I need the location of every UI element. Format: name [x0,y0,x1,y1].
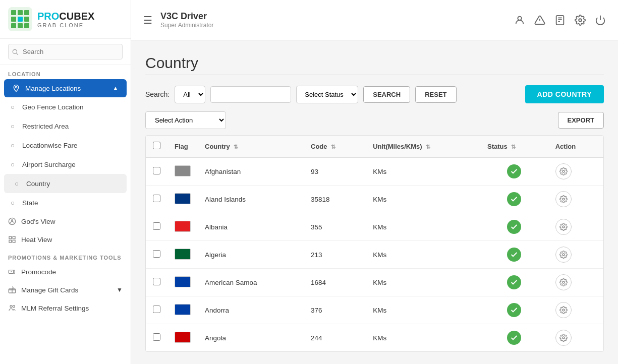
svg-point-37 [563,309,565,311]
sidebar-search-input[interactable] [8,44,123,59]
sidebar-item-manage-locations[interactable]: Manage Locations ▲ [4,79,127,97]
country-code: 213 [304,241,366,269]
th-code[interactable]: Code ⇅ [304,136,366,157]
country-name: Algeria [198,241,304,269]
flag-image [175,332,191,343]
dot-icon: ○ [8,141,17,150]
svg-rect-2 [18,10,23,15]
th-country[interactable]: Country ⇅ [198,136,304,157]
row-checkbox[interactable] [153,333,160,341]
sidebar-item-gods-view[interactable]: God's View [0,212,131,230]
sidebar-item-mlm-referral[interactable]: MLM Referral Settings [0,299,131,317]
reset-button[interactable]: RESET [415,86,456,103]
search-filter-select[interactable]: All [175,86,205,103]
document-icon[interactable] [554,15,566,26]
th-unit[interactable]: Unit(Miles/KMs) ⇅ [366,136,480,157]
flag-image [175,193,191,204]
action-select[interactable]: Select Action Delete [145,111,226,129]
flag-image [175,249,191,260]
power-icon[interactable] [595,15,606,26]
sort-icon-status: ⇅ [511,144,516,150]
search-input[interactable] [210,86,291,103]
sidebar-item-label-mlm-referral: MLM Referral Settings [21,305,89,312]
sidebar-item-heat-view[interactable]: Heat View [0,230,131,249]
action-gear-button[interactable] [555,219,572,235]
svg-line-11 [17,53,18,54]
sidebar-item-geo-fence[interactable]: ○ Geo Fence Location [0,97,131,116]
action-gear-button[interactable] [555,330,572,346]
country-table: Flag Country ⇅ Code ⇅ Unit(Miles/KMs) ⇅ … [146,136,603,351]
page-content: Country Search: All Select Status Active… [131,40,618,364]
country-code: 35818 [304,186,366,213]
status-select[interactable]: Select Status Active Inactive [296,86,358,103]
export-button[interactable]: EXPORT [558,112,604,129]
header-title-area: V3C Driver Super Administrator [160,11,506,29]
sidebar-section-location: LOCATION Manage Locations ▲ ○ Geo Fence … [0,65,131,249]
country-table-container: Flag Country ⇅ Code ⇅ Unit(Miles/KMs) ⇅ … [145,135,604,352]
country-unit: KMs [366,186,480,213]
sidebar-item-label-locationwise-fare: Locationwise Fare [22,142,78,149]
country-unit: KMs [366,269,480,296]
select-all-checkbox[interactable] [153,142,160,149]
country-name: Aland Islands [198,186,304,213]
menu-hamburger-icon[interactable]: ☰ [143,14,152,26]
table-row: Algeria213KMs [146,241,603,269]
row-checkbox[interactable] [153,195,160,202]
status-active-icon [507,303,521,317]
action-gear-button[interactable] [555,302,572,318]
main-content: ☰ V3C Driver Super Administrator [131,0,618,364]
flag-image [175,304,191,315]
flag-image [175,221,191,232]
search-label: Search: [145,90,170,98]
country-code: 93 [304,157,366,186]
sidebar: PROCUBEX GRAB CLONE LOCATION Manage Loca… [0,0,131,364]
table-row: Angola244KMs [146,324,603,352]
action-gear-button[interactable] [555,191,572,207]
sidebar-item-promocode[interactable]: Promocode [0,263,131,281]
add-country-button[interactable]: ADD COUNTRY [525,85,604,103]
search-button[interactable]: SEARCH [363,86,410,103]
country-action [548,296,603,324]
sidebar-item-restricted-area[interactable]: ○ Restricted Area [0,116,131,136]
country-unit: KMs [366,241,480,269]
alert-icon[interactable] [534,15,545,26]
sidebar-item-locationwise-fare[interactable]: ○ Locationwise Fare [0,136,131,155]
status-active-icon [507,275,521,289]
logo-tagline: GRAB CLONE [37,22,94,28]
sidebar-section-label-location: LOCATION [0,65,131,79]
sidebar-item-label-state: State [22,199,38,207]
action-gear-button[interactable] [555,247,572,263]
dot-icon: ○ [8,102,17,111]
svg-rect-16 [9,240,12,242]
svg-point-10 [13,49,17,53]
row-checkbox[interactable] [153,167,160,174]
row-checkbox[interactable] [153,306,160,313]
sidebar-item-country[interactable]: ○ Country [4,174,127,193]
svg-point-35 [563,254,565,256]
flag-image [175,165,191,176]
sidebar-item-manage-gift-cards[interactable]: Manage Gift Cards ▼ [0,281,131,299]
page-title: Country [145,54,604,72]
sidebar-item-state[interactable]: ○ State [0,193,131,212]
sidebar-item-label-gods-view: God's View [21,218,55,225]
svg-rect-8 [18,23,23,28]
sidebar-section-label-promotions: PROMOTIONS & MARKETING TOOLS [0,249,131,263]
row-checkbox[interactable] [153,250,160,258]
action-row: Select Action Delete EXPORT [145,111,604,129]
country-status [480,157,548,186]
svg-rect-4 [11,17,16,22]
row-checkbox[interactable] [153,278,160,285]
action-gear-button[interactable] [555,163,572,179]
sidebar-item-airport-surcharge[interactable]: ○ Airport Surcharge [0,155,131,174]
th-status[interactable]: Status ⇅ [480,136,548,157]
action-gear-button[interactable] [555,274,572,290]
tag-icon [8,268,16,276]
settings-icon[interactable] [575,15,586,26]
search-bar: Search: All Select Status Active Inactiv… [145,85,604,103]
sidebar-item-label-restricted-area: Restricted Area [22,123,69,130]
table-row: Albania355KMs [146,213,603,241]
th-action: Action [548,136,603,157]
row-checkbox[interactable] [153,222,160,230]
svg-rect-7 [11,23,16,28]
user-icon[interactable] [514,15,525,26]
